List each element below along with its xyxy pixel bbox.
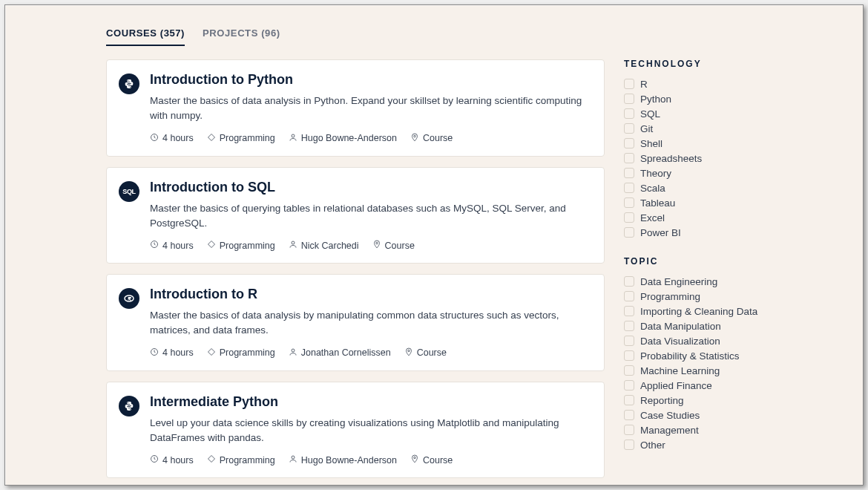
- filter-topic-item[interactable]: Machine Learning: [624, 363, 787, 378]
- checkbox-icon: [624, 94, 634, 104]
- clock-icon: [150, 240, 159, 251]
- filter-topic-item[interactable]: Other: [624, 437, 787, 452]
- course-card[interactable]: SQLIntroduction to SQLMaster the basics …: [106, 167, 605, 264]
- meta-type: Course: [410, 454, 453, 466]
- filter-label: Power BI: [640, 227, 681, 238]
- checkbox-icon: [624, 291, 634, 301]
- filter-topic-item[interactable]: Applied Finance: [624, 378, 787, 393]
- filter-label: Theory: [640, 168, 671, 179]
- filter-technology-item[interactable]: Git: [624, 121, 787, 136]
- meta-duration: 4 hours: [150, 347, 194, 359]
- course-title: Introduction to Python: [150, 72, 591, 88]
- meta-instructor-text: Jonathan Cornelissen: [301, 347, 391, 358]
- meta-type-text: Course: [417, 347, 447, 358]
- filter-label: Excel: [640, 212, 665, 223]
- checkbox-icon: [624, 197, 634, 208]
- course-description: Master the basics of data analysis by ma…: [150, 308, 591, 339]
- checkbox-icon: [624, 153, 634, 163]
- filter-technology-item[interactable]: Tableau: [624, 195, 787, 210]
- meta-instructor-text: Hugo Bowne-Anderson: [301, 455, 397, 466]
- course-card[interactable]: Introduction to RMaster the basics of da…: [106, 274, 605, 371]
- meta-instructor-text: Hugo Bowne-Anderson: [301, 133, 397, 143]
- filter-technology-item[interactable]: Excel: [624, 210, 787, 225]
- tab-projects[interactable]: PROJECTS (96): [203, 27, 280, 46]
- svg-point-4: [292, 241, 295, 244]
- course-card[interactable]: Introduction to PythonMaster the basics …: [106, 59, 605, 157]
- filter-topic-item[interactable]: Data Manipulation: [624, 318, 787, 333]
- filter-technology-item[interactable]: Power BI: [624, 225, 787, 240]
- checkbox-icon: [624, 108, 634, 119]
- technology-filter-list: RPythonSQLGitShellSpreadsheetsTheoryScal…: [624, 76, 787, 240]
- topic-filter-list: Data EngineeringProgrammingImporting & C…: [624, 274, 787, 452]
- meta-type-text: Course: [385, 241, 415, 251]
- filter-topic-item[interactable]: Importing & Cleaning Data: [624, 304, 787, 318]
- filter-label: Scala: [640, 183, 665, 194]
- meta-topic: Programming: [207, 454, 275, 466]
- course-body: Intermediate PythonLevel up your data sc…: [150, 394, 591, 466]
- meta-type: Course: [404, 347, 447, 359]
- filter-label: Spreadsheets: [640, 153, 702, 164]
- checkbox-icon: [624, 410, 634, 420]
- checkbox-icon: [624, 440, 634, 450]
- user-icon: [289, 133, 297, 144]
- filter-label: R: [640, 79, 648, 90]
- meta-duration: 4 hours: [150, 454, 194, 466]
- course-body: Introduction to RMaster the basics of da…: [150, 287, 591, 359]
- filter-label: Applied Finance: [640, 380, 712, 391]
- filter-topic-item[interactable]: Management: [624, 422, 787, 437]
- tag-icon: [207, 347, 216, 359]
- main-column: COURSES (357) PROJECTS (96) Introduction…: [106, 27, 605, 486]
- filter-label: Tableau: [640, 197, 675, 209]
- course-list: Introduction to PythonMaster the basics …: [106, 59, 605, 486]
- checkbox-icon: [624, 365, 634, 376]
- checkbox-icon: [624, 183, 634, 193]
- pin-icon: [372, 240, 381, 251]
- course-card[interactable]: Intermediate PythonLevel up your data sc…: [106, 382, 605, 479]
- filter-technology-item[interactable]: R: [624, 76, 787, 91]
- filter-topic-item[interactable]: Reporting: [624, 393, 787, 408]
- tag-icon: [207, 454, 216, 466]
- filter-label: Shell: [640, 138, 662, 149]
- filters-sidebar: TECHNOLOGY RPythonSQLGitShellSpreadsheet…: [624, 27, 787, 486]
- filter-topic-item[interactable]: Programming: [624, 289, 787, 304]
- filter-technology-item[interactable]: Shell: [624, 136, 787, 151]
- filter-topic-item[interactable]: Case Studies: [624, 408, 787, 422]
- meta-instructor: Jonathan Cornelissen: [289, 347, 391, 359]
- pin-icon: [404, 347, 413, 359]
- checkbox-icon: [624, 227, 634, 238]
- filter-topic-item[interactable]: Probability & Statistics: [624, 348, 787, 363]
- python-icon: [119, 74, 139, 94]
- tab-courses[interactable]: COURSES (357): [106, 27, 185, 46]
- meta-instructor: Hugo Bowne-Anderson: [289, 133, 397, 144]
- checkbox-icon: [624, 168, 634, 178]
- meta-instructor-text: Nick Carchedi: [301, 241, 359, 251]
- pin-icon: [410, 454, 419, 466]
- svg-point-8: [292, 349, 295, 352]
- course-title: Introduction to R: [150, 287, 591, 302]
- app-frame: COURSES (357) PROJECTS (96) Introduction…: [4, 4, 864, 486]
- tag-icon: [207, 240, 216, 251]
- filter-topic-item[interactable]: Data Visualization: [624, 333, 787, 348]
- filter-heading-topic: TOPIC: [624, 256, 787, 267]
- course-body: Introduction to SQLMaster the basics of …: [150, 180, 591, 252]
- course-meta: 4 hoursProgrammingNick CarchediCourse: [150, 240, 591, 251]
- meta-topic-text: Programming: [220, 133, 275, 143]
- filter-technology-item[interactable]: SQL: [624, 106, 787, 121]
- meta-topic: Programming: [207, 133, 275, 144]
- checkbox-icon: [624, 350, 634, 361]
- meta-duration: 4 hours: [150, 133, 194, 144]
- filter-heading-technology: TECHNOLOGY: [624, 59, 787, 69]
- filter-topic-item[interactable]: Data Engineering: [624, 274, 787, 289]
- meta-instructor: Hugo Bowne-Anderson: [289, 454, 397, 466]
- filter-technology-item[interactable]: Theory: [624, 166, 787, 180]
- meta-instructor: Nick Carchedi: [289, 240, 359, 251]
- meta-topic: Programming: [207, 240, 275, 251]
- svg-point-12: [414, 457, 416, 459]
- filter-technology-item[interactable]: Python: [624, 91, 787, 106]
- user-icon: [289, 240, 297, 251]
- filter-technology-item[interactable]: Spreadsheets: [624, 151, 787, 166]
- meta-duration-text: 4 hours: [162, 133, 194, 143]
- svg-point-1: [292, 134, 295, 137]
- course-meta: 4 hoursProgrammingHugo Bowne-AndersonCou…: [150, 133, 591, 144]
- filter-technology-item[interactable]: Scala: [624, 180, 787, 195]
